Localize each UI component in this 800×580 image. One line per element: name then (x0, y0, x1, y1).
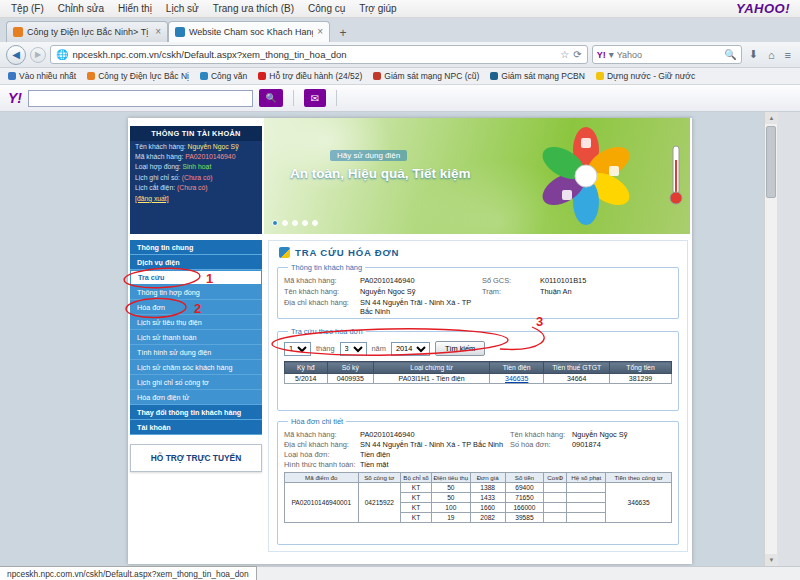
cell-cos (544, 513, 567, 523)
search-invoice-button[interactable]: Tìm kiếm (435, 341, 485, 356)
cell-total: 346635 (606, 483, 672, 523)
bookmark-star-icon[interactable]: ☆ (560, 49, 569, 60)
yahoo-search-input[interactable] (28, 90, 253, 107)
yahoo-search-button[interactable]: 🔍 (259, 89, 283, 107)
sidebar-item-lich-su-thanh-toan[interactable]: Lịch sử thanh toán (130, 330, 262, 345)
cell-ma-diem-do: PA02010146940001 (285, 483, 359, 523)
bookmark-site-icon (258, 72, 266, 80)
back-icon[interactable]: ◀ (6, 45, 26, 65)
cell-so-ky: 0409935 (327, 374, 373, 384)
menu-help[interactable]: Trợ giúp (352, 1, 403, 16)
scrollbar-thumb[interactable] (766, 126, 776, 198)
bookmark-hotro-dieuhanh[interactable]: Hỗ trợ điều hành (24/52) (258, 71, 362, 81)
table-header-row: Kỳ hđ Số ký Loại chứng từ Tiền điện Tiền… (285, 362, 672, 374)
tab1-title: Công ty Điện lực Bắc Ninh> Tị (27, 27, 151, 37)
period-count-select[interactable]: 1 (284, 342, 311, 356)
menu-file[interactable]: Tệp (F) (4, 1, 51, 16)
browser-window: Tệp (F) Chỉnh sửa Hiển thị Lịch sử Trang… (0, 0, 800, 580)
bookmark-most-visited[interactable]: Vào nhiều nhất (8, 71, 76, 81)
forward-icon[interactable]: ▶ (30, 47, 46, 63)
account-info-box: THÔNG TIN TÀI KHOẢN Tên khách hàng: Nguy… (130, 126, 262, 234)
sidebar-item-lich-ghi-chi-so[interactable]: Lịch ghi chỉ số công tơ (130, 375, 262, 390)
invoice-amount-link[interactable]: 346635 (505, 375, 528, 382)
sidebar-item-lich-su-tieu-thu[interactable]: Lịch sử tiêu thụ điện (130, 315, 262, 330)
tab1-favicon (13, 27, 23, 37)
cell-cos (544, 483, 567, 493)
sidebar-item-tinh-hinh-su-dung[interactable]: Tình hình sử dụng điện (130, 345, 262, 360)
sidebar-item-tra-cuu[interactable]: Tra cứu (130, 270, 262, 285)
bookmark-congvan[interactable]: Công văn (200, 71, 247, 81)
detail-payment-value: Tiền mặt (360, 460, 510, 469)
sidebar-item-hoa-don-dien-tu[interactable]: Hóa đơn điện tử (130, 390, 262, 405)
reload-icon[interactable]: ⟳ (573, 49, 581, 60)
account-reading-label: Lịch ghi chỉ số: (135, 174, 180, 181)
engine-dropdown-icon[interactable]: ▾ (609, 49, 614, 60)
bookmark-giamsat-npc[interactable]: Giám sát mạng NPC (cũ) (373, 71, 479, 81)
vertical-scrollbar[interactable]: ▲ ▼ (764, 112, 777, 566)
tab-evn-bacninh[interactable]: Công ty Điện lực Bắc Ninh> Tị × (6, 21, 168, 42)
sidebar-item-dich-vu-dien[interactable]: Dịch vụ điện (130, 255, 262, 270)
web-search-input[interactable] (617, 50, 721, 60)
banner-carousel-dots (272, 220, 318, 226)
bookmark-giamsat-pcbn[interactable]: Giám sát mạng PCBN (490, 71, 585, 81)
yahoo-toolbar: Y! 🔍 ✉ (0, 85, 800, 112)
bookmark-dungnuoc[interactable]: Dựng nước - Giữ nước (596, 71, 695, 81)
sidebar-item-thay-doi-thong-tin[interactable]: Thay đổi thông tin khách hàng (130, 405, 262, 420)
search-go-icon[interactable]: 🔍 (724, 49, 736, 60)
new-tab-button[interactable]: + (333, 24, 353, 42)
home-icon[interactable]: ⌂ (765, 49, 778, 61)
account-name-value: Nguyễn Ngọc Sỹ (188, 143, 239, 150)
detail-address-label: Địa chỉ khách hàng: (284, 440, 360, 449)
sidebar-item-tai-khoan[interactable]: Tài khoản (130, 420, 262, 435)
carousel-dot[interactable] (272, 220, 278, 226)
menu-view[interactable]: Hiển thị (111, 1, 159, 16)
scroll-down-icon[interactable]: ▼ (765, 554, 778, 566)
search-engine-icon[interactable]: Y! (597, 50, 606, 60)
cell-ky-hd: 5/2014 (285, 374, 328, 384)
customer-station-value: Thuận An (540, 287, 672, 296)
downloads-icon[interactable]: ⬇ (746, 48, 761, 61)
yahoo-toolbar-logo[interactable]: Y! (8, 90, 22, 106)
web-page: THÔNG TIN TÀI KHOẢN Tên khách hàng: Nguy… (128, 118, 692, 564)
tab2-close-icon[interactable]: × (317, 27, 323, 37)
tab1-close-icon[interactable]: × (155, 27, 161, 37)
tab-cskh-active[interactable]: Website Cham soc Khach Hang × (168, 21, 330, 42)
menu-edit[interactable]: Chỉnh sửa (51, 1, 111, 16)
logout-link[interactable]: [đăng xuất] (130, 192, 174, 205)
detail-code-label: Mã khách hàng: (284, 430, 360, 439)
sidebar-item-lich-su-cham-soc[interactable]: Lịch sử chăm sóc khách hàng (130, 360, 262, 375)
year-select[interactable]: 2014 (391, 342, 430, 356)
sidebar-item-thong-tin-hop-dong[interactable]: Thông tin hợp đồng (130, 285, 262, 300)
bookmark-evn-bacninh[interactable]: Công ty Điện lực Bắc Nị (87, 71, 189, 81)
url-input[interactable] (72, 49, 556, 60)
sidebar-item-hoa-don[interactable]: Hóa đơn (130, 300, 262, 315)
carousel-dot[interactable] (312, 220, 318, 226)
col-tong-tien: Tổng tiền (610, 362, 672, 374)
cell-he-so (567, 483, 606, 493)
carousel-dot[interactable] (282, 220, 288, 226)
cell-amount: 69400 (505, 483, 544, 493)
url-bar[interactable]: 🌐 ☆ ⟳ (50, 45, 588, 64)
search-bar[interactable]: Y! ▾ 🔍 (592, 45, 742, 64)
menu-tools[interactable]: Công cụ (301, 1, 352, 16)
customer-info-legend: Thông tin khách hàng (288, 263, 365, 272)
account-code-label: Mã khách hàng: (135, 153, 183, 160)
menu-history[interactable]: Lịch sử (159, 1, 206, 16)
menu-bookmarks[interactable]: Trang ưa thích (B) (206, 1, 301, 16)
carousel-dot[interactable] (292, 220, 298, 226)
online-support-box[interactable]: HỖ TRỢ TRỰC TUYẾN (130, 444, 262, 472)
cell-he-so (567, 493, 606, 503)
panel-menu-icon[interactable]: ≡ (782, 49, 794, 61)
menu-bar: Tệp (F) Chỉnh sửa Hiển thị Lịch sử Trang… (0, 0, 800, 18)
cell-price: 1660 (470, 503, 505, 513)
cell-price: 1433 (470, 493, 505, 503)
bookmarks-bar: Vào nhiều nhất Công ty Điện lực Bắc Nị C… (0, 68, 800, 85)
month-select[interactable]: 3 (340, 342, 367, 356)
yahoo-mail-icon[interactable]: ✉ (304, 89, 326, 107)
carousel-dot[interactable] (302, 220, 308, 226)
invoice-detail-fieldset: Hóa đơn chi tiết Mã khách hàng: PA020101… (277, 417, 679, 545)
scroll-up-icon[interactable]: ▲ (765, 112, 778, 124)
sidebar-item-thong-tin-chung[interactable]: Thông tin chung (130, 240, 262, 255)
col-tien-theo-cong-to: Tiền theo công tơ (606, 473, 672, 483)
cell-cos (544, 493, 567, 503)
